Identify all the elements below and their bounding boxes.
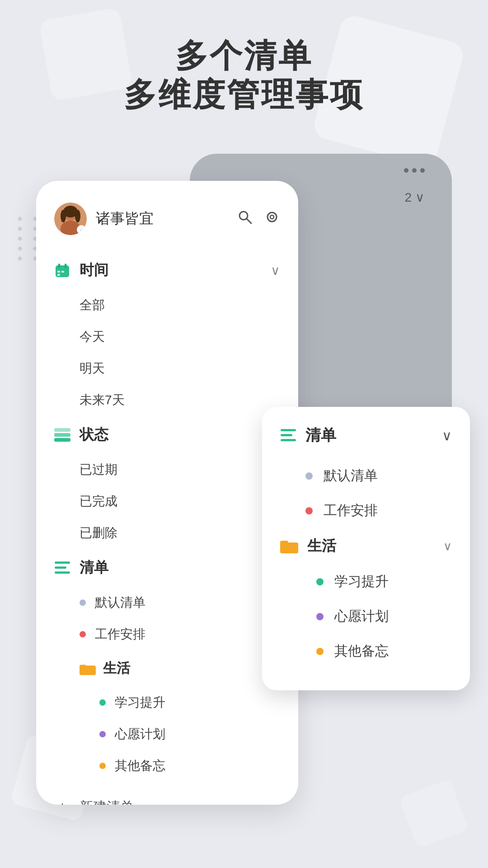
list-icon: [54, 560, 70, 576]
svg-rect-16: [54, 428, 70, 432]
svg-rect-20: [55, 566, 66, 569]
dot-wish: [99, 731, 106, 737]
dot-memo: [99, 763, 106, 769]
section-time-title: 时间: [80, 260, 271, 280]
popup-folder-life-icon: [280, 538, 298, 554]
svg-point-9: [270, 215, 274, 219]
popup-dot-work: [305, 507, 313, 514]
popup-item-memo[interactable]: 其他备忘: [280, 634, 452, 669]
list-item-work-label: 工作安排: [95, 626, 145, 643]
svg-rect-19: [55, 561, 70, 564]
popup-card: 清单 ∨ 默认清单 工作安排 生活 ∨ 学习提升: [262, 407, 470, 690]
dot-work: [80, 631, 86, 637]
popup-item-default[interactable]: 默认清单: [280, 458, 452, 493]
popup-item-memo-label: 其他备忘: [334, 642, 389, 660]
popup-chevron: ∨: [442, 428, 452, 443]
phone-main: ✓ 诸事皆宜: [36, 181, 298, 805]
svg-rect-21: [55, 571, 70, 574]
popup-item-work-label: 工作安排: [324, 501, 378, 520]
svg-point-4: [61, 210, 66, 222]
section-time-chevron: ∨: [271, 263, 280, 278]
svg-rect-24: [281, 429, 296, 431]
search-icon[interactable]: [237, 209, 253, 229]
popup-dot-study: [316, 578, 324, 585]
popup-dot-wish: [316, 613, 324, 620]
user-header: ✓ 诸事皆宜: [36, 203, 298, 235]
section-list-header[interactable]: 清单: [36, 549, 298, 587]
svg-rect-14: [61, 271, 64, 273]
popup-item-wish[interactable]: 心愿计划: [280, 599, 452, 634]
status-item-done-label: 已完成: [80, 493, 117, 510]
time-item-today[interactable]: 今天: [36, 321, 298, 353]
avatar: ✓: [54, 203, 87, 235]
svg-rect-15: [57, 274, 60, 276]
svg-rect-11: [58, 264, 60, 268]
list-item-default[interactable]: 默认清单: [36, 587, 298, 618]
calendar-icon: [54, 262, 70, 278]
status-item-deleted-label: 已删除: [80, 524, 117, 542]
list-item-study-label: 学习提升: [115, 694, 165, 711]
phone-content: ✓ 诸事皆宜: [36, 181, 298, 805]
svg-rect-28: [280, 541, 288, 545]
time-item-today-label: 今天: [80, 328, 105, 345]
status-item-deleted[interactable]: 已删除: [36, 517, 298, 549]
svg-rect-17: [54, 433, 70, 437]
list-item-default-label: 默认清单: [95, 594, 145, 611]
title-line2: 多维度管理事项: [45, 75, 443, 114]
popup-dot-default: [305, 472, 313, 480]
list-item-work[interactable]: 工作安排: [36, 618, 298, 650]
dot-default: [80, 599, 86, 606]
popup-folder-life-label: 生活: [307, 536, 443, 556]
status-item-done[interactable]: 已完成: [36, 486, 298, 517]
user-name: 诸事皆宜: [96, 209, 237, 229]
popup-item-study-label: 学习提升: [334, 572, 389, 591]
status-item-expired[interactable]: 已过期: [36, 454, 298, 486]
phone-bg-count: 2 ∨: [404, 190, 425, 205]
svg-rect-13: [57, 271, 60, 273]
settings-icon[interactable]: [264, 209, 280, 229]
header-title-area: 多个清单 多维度管理事项: [0, 36, 488, 114]
svg-rect-25: [281, 434, 292, 436]
folder-life[interactable]: 生活 ∨: [36, 650, 298, 687]
time-item-tomorrow[interactable]: 明天: [36, 353, 298, 384]
svg-line-7: [247, 219, 251, 223]
popup-dot-memo: [316, 648, 324, 655]
svg-rect-23: [80, 665, 86, 668]
phone-dot-1: [404, 168, 408, 173]
svg-rect-18: [54, 438, 70, 442]
popup-list-icon: [280, 429, 296, 442]
popup-item-wish-label: 心愿计划: [334, 607, 389, 626]
section-status-title: 状态: [80, 425, 280, 445]
time-item-tomorrow-label: 明天: [80, 360, 105, 377]
phone-area: 2 ∨ +: [36, 154, 452, 832]
avatar-badge: ✓: [77, 225, 86, 234]
popup-item-work[interactable]: 工作安排: [280, 493, 452, 528]
svg-rect-12: [65, 264, 66, 268]
list-item-memo[interactable]: 其他备忘: [36, 750, 298, 782]
header-icons: [237, 209, 280, 229]
popup-item-default-label: 默认清单: [324, 467, 378, 485]
section-status-header[interactable]: 状态: [36, 416, 298, 454]
list-item-wish-label: 心愿计划: [115, 726, 165, 743]
list-item-wish[interactable]: 心愿计划: [36, 718, 298, 750]
time-item-7days[interactable]: 未来7天: [36, 384, 298, 416]
popup-item-study[interactable]: 学习提升: [280, 564, 452, 599]
dot-study: [99, 699, 106, 706]
popup-section-title: 清单: [305, 425, 442, 446]
folder-life-label: 生活: [103, 659, 272, 678]
section-list: 清单 默认清单 工作安排: [36, 549, 298, 782]
popup-folder-life[interactable]: 生活 ∨: [280, 528, 452, 564]
svg-rect-26: [281, 439, 296, 441]
stack-icon: [54, 427, 70, 443]
time-item-all-label: 全部: [80, 297, 105, 314]
section-status: 状态 已过期 已完成 已删除: [36, 416, 298, 549]
popup-section-header[interactable]: 清单 ∨: [280, 425, 452, 446]
new-list-label: 新建清单: [80, 798, 134, 805]
new-list-button[interactable]: ＋ 新建清单: [36, 785, 298, 805]
time-item-all[interactable]: 全部: [36, 289, 298, 321]
phone-dot-3: [420, 168, 425, 173]
svg-point-8: [267, 212, 277, 222]
time-item-7days-label: 未来7天: [80, 392, 125, 409]
section-time-header[interactable]: 时间 ∨: [36, 251, 298, 289]
list-item-study[interactable]: 学习提升: [36, 687, 298, 718]
